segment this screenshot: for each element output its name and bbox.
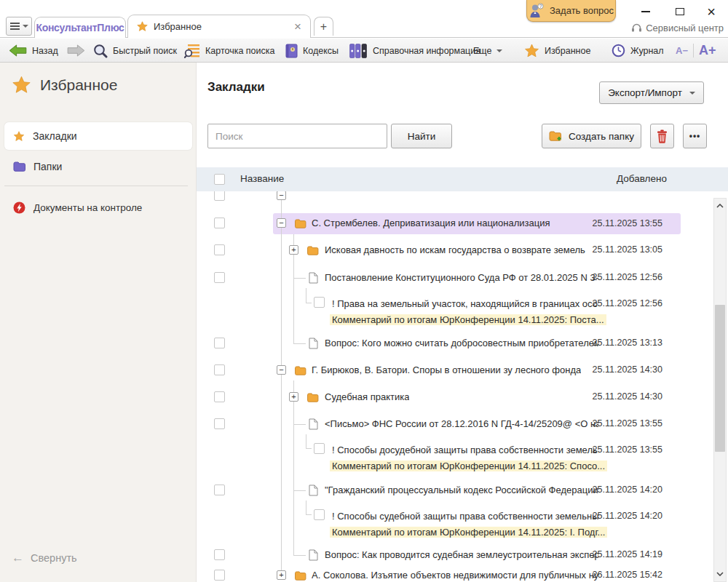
export-import-button[interactable]: Экспорт/Импорт bbox=[599, 81, 704, 104]
more-menu-button[interactable]: Еще bbox=[473, 39, 502, 63]
list-item[interactable]: ! Права на земельный участок, находящийс… bbox=[197, 294, 713, 327]
tree-connector-line bbox=[306, 501, 306, 514]
tree-connector-line bbox=[293, 424, 306, 425]
list-item[interactable]: Постановление Конституционного Суда РФ о… bbox=[197, 268, 713, 288]
sidebar-item-folders[interactable]: Папки bbox=[4, 153, 192, 180]
search-input[interactable] bbox=[207, 124, 387, 148]
sidebar-item-label: Закладки bbox=[33, 130, 77, 142]
row-comment: Комментарий по итогам ЮрКонференции 14.1… bbox=[330, 461, 607, 471]
row-checkbox[interactable] bbox=[314, 509, 325, 520]
vertical-scrollbar[interactable] bbox=[713, 198, 727, 582]
list-item[interactable]: +Судебная практика25.11.2025 14:30 bbox=[197, 387, 713, 407]
row-checkbox[interactable] bbox=[314, 297, 325, 308]
row-checkbox[interactable] bbox=[214, 391, 225, 402]
collapse-icon[interactable]: − bbox=[277, 365, 286, 375]
quick-search-button[interactable]: Быстрый поиск bbox=[93, 39, 177, 63]
document-icon bbox=[309, 418, 318, 430]
expand-icon[interactable]: + bbox=[277, 570, 286, 580]
sidebar: Избранное Закладки Папки Документы на ко… bbox=[0, 63, 197, 582]
row-checkbox[interactable] bbox=[214, 418, 225, 429]
row-checkbox[interactable] bbox=[214, 272, 225, 283]
more-actions-button[interactable]: ••• bbox=[683, 124, 707, 148]
list-item[interactable]: −С. Стрембелев. Деприватизация или нацио… bbox=[197, 213, 713, 234]
tab-favorites[interactable]: Избранное × bbox=[127, 15, 311, 38]
sidebar-item-bookmarks[interactable]: Закладки bbox=[4, 122, 192, 150]
collapse-sidebar-button[interactable]: ← Свернуть bbox=[12, 551, 77, 565]
new-tab-button[interactable]: + bbox=[314, 17, 333, 36]
font-decrease-button[interactable]: А− bbox=[676, 39, 688, 63]
font-increase-button[interactable]: А+ bbox=[699, 39, 716, 63]
reference-info-button[interactable]: Справочная информация bbox=[349, 39, 480, 63]
collapse-icon[interactable]: − bbox=[277, 191, 286, 200]
row-checkbox[interactable] bbox=[214, 570, 225, 581]
forward-button[interactable] bbox=[67, 39, 85, 63]
document-icon bbox=[309, 485, 318, 499]
row-checkbox[interactable] bbox=[214, 549, 225, 560]
row-title: А. Соколова. Изъятие объектов недвижимос… bbox=[312, 570, 598, 581]
search-card-label: Карточка поиска bbox=[205, 46, 275, 56]
find-button[interactable]: Найти bbox=[391, 124, 452, 148]
tree-connector-line bbox=[306, 448, 312, 449]
row-checkbox[interactable] bbox=[214, 218, 225, 228]
list-item[interactable]: − bbox=[197, 191, 713, 206]
document-icon bbox=[309, 485, 318, 496]
home-tab[interactable]: КонсультантПлюс bbox=[34, 17, 126, 38]
row-date: 25.11.2025 14:20 bbox=[593, 485, 662, 495]
service-center-link[interactable]: Сервисный центр bbox=[631, 23, 724, 33]
tab-close-icon[interactable]: × bbox=[294, 20, 301, 33]
scroll-down-icon[interactable] bbox=[714, 568, 726, 580]
star-icon bbox=[12, 76, 31, 95]
favorites-button[interactable]: Избранное bbox=[524, 39, 590, 63]
tree-connector-line bbox=[281, 191, 282, 575]
row-checkbox[interactable] bbox=[214, 338, 225, 348]
list-item[interactable]: <Письмо> ФНС России от 28.12.2016 N ГД-4… bbox=[197, 414, 713, 434]
row-date: 25.11.2025 13:05 bbox=[593, 244, 662, 255]
expand-icon[interactable]: + bbox=[289, 245, 298, 255]
row-title: "Гражданский процессуальный кодекс Росси… bbox=[325, 485, 598, 495]
create-folder-button[interactable]: Создать папку bbox=[542, 124, 641, 148]
document-icon bbox=[309, 338, 318, 352]
sidebar-item-documents-on-control[interactable]: Документы на контроле bbox=[4, 194, 192, 221]
search-card-button[interactable]: Карточка поиска bbox=[184, 39, 275, 63]
select-all-checkbox[interactable] bbox=[214, 174, 225, 185]
list-item[interactable]: "Гражданский процессуальный кодекс Росси… bbox=[197, 480, 713, 501]
folder-icon bbox=[294, 571, 306, 581]
scrollbar-thumb[interactable] bbox=[715, 305, 725, 452]
row-date: 25.11.2025 13:13 bbox=[593, 338, 662, 348]
svg-text:?: ? bbox=[539, 4, 542, 9]
window-minimize-button[interactable] bbox=[636, 3, 655, 20]
scroll-up-icon[interactable] bbox=[714, 200, 726, 212]
window-close-button[interactable]: × bbox=[702, 3, 721, 20]
list-item[interactable]: Вопрос: Как проводится судебная землеуст… bbox=[197, 545, 713, 565]
app-logo: КонсультантПлюс bbox=[36, 22, 124, 33]
export-import-label: Экспорт/Импорт bbox=[608, 87, 682, 98]
list-item[interactable]: +Исковая давность по искам государства о… bbox=[197, 240, 713, 260]
row-title: Вопрос: Кого можно считать добросовестны… bbox=[325, 338, 598, 348]
row-date: 25.11.2025 13:55 bbox=[593, 445, 662, 455]
codes-button[interactable]: Кодексы bbox=[285, 39, 339, 63]
row-checkbox[interactable] bbox=[214, 244, 225, 255]
list-item[interactable]: −Г. Бирюков, В. Батори. Споры в отношени… bbox=[197, 360, 713, 380]
list-item[interactable]: ! Способы судебной защиты права собствен… bbox=[197, 506, 713, 540]
row-title: Судебная практика bbox=[325, 391, 409, 402]
window-maximize-button[interactable] bbox=[670, 3, 689, 20]
row-checkbox[interactable] bbox=[314, 443, 325, 454]
row-checkbox[interactable] bbox=[214, 191, 225, 201]
row-checkbox[interactable] bbox=[214, 485, 225, 495]
row-date: 25.11.2025 13:55 bbox=[593, 418, 662, 428]
folder-icon bbox=[306, 392, 319, 405]
collapse-icon[interactable]: − bbox=[277, 218, 286, 228]
back-button[interactable]: Назад bbox=[9, 39, 58, 63]
hamburger-icon bbox=[10, 23, 20, 30]
journal-button[interactable]: Журнал bbox=[612, 39, 664, 63]
chevron-down-icon bbox=[496, 49, 502, 52]
row-checkbox[interactable] bbox=[214, 364, 225, 375]
main-menu-button[interactable] bbox=[6, 17, 32, 36]
list-item[interactable]: Вопрос: Кого можно считать добросовестны… bbox=[197, 333, 713, 354]
delete-button[interactable] bbox=[650, 124, 674, 148]
row-title: ! Права на земельный участок, находящийс… bbox=[332, 298, 598, 309]
list-item[interactable]: +А. Соколова. Изъятие объектов недвижимо… bbox=[197, 565, 713, 582]
expand-icon[interactable]: + bbox=[289, 392, 298, 402]
ask-question-button[interactable]: ? Задать вопрос bbox=[526, 0, 616, 22]
list-item[interactable]: ! Способы досудебной защиты права собств… bbox=[197, 440, 713, 474]
